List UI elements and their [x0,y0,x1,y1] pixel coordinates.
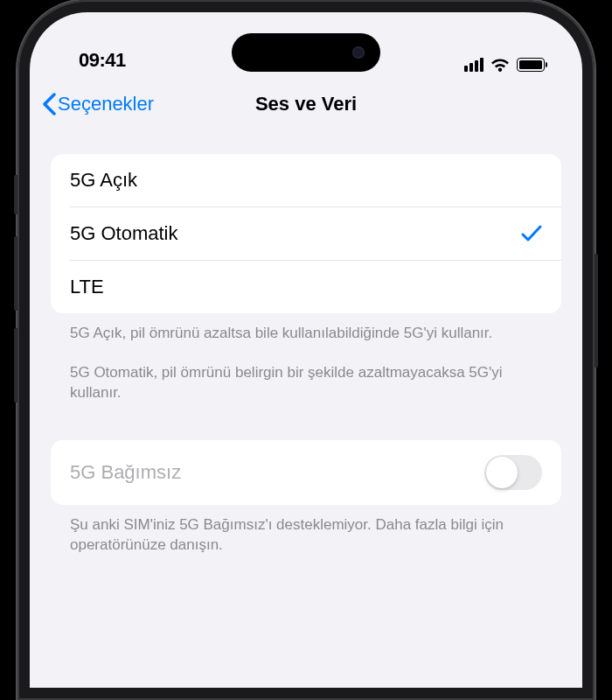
cellular-signal-icon [464,58,483,72]
standalone-footer-paragraph: Şu anki SIM'iniz 5G Bağımsız'ı desteklem… [70,515,542,556]
option-lte[interactable]: LTE [51,261,561,313]
option-5g-on[interactable]: 5G Açık [51,154,561,206]
back-label: Seçenekler [58,93,154,116]
front-camera [352,46,365,59]
option-label: 5G Açık [70,169,137,192]
content-area: 5G Açık 5G Otomatik LTE 5G Açık [30,130,582,556]
page-title: Ses ve Veri [255,93,357,116]
footer-paragraph-1: 5G Açık, pil ömrünü azaltsa bile kullanı… [70,324,542,344]
standalone-group: 5G Bağımsız [51,440,561,505]
status-indicators [464,58,547,72]
battery-icon [517,58,547,72]
checkmark-icon [521,224,542,243]
power-button [595,254,598,368]
screen: 09:41 [30,12,582,688]
standalone-label: 5G Bağımsız [70,461,181,484]
options-footer-text: 5G Açık, pil ömrünü azaltsa bile kullanı… [51,313,561,403]
option-label: 5G Otomatik [70,222,177,245]
option-label: LTE [70,276,104,298]
standalone-footer-text: Şu anki SIM'iniz 5G Bağımsız'ı desteklem… [51,505,561,556]
footer-paragraph-2: 5G Otomatik, pil ömrünü belirgin bir şek… [70,363,542,403]
back-button[interactable]: Seçenekler [42,93,154,116]
toggle-knob [486,457,518,488]
dynamic-island [232,33,380,72]
voice-data-options-group: 5G Açık 5G Otomatik LTE [51,154,561,313]
silent-switch [14,175,17,214]
volume-up-button [14,236,17,311]
standalone-toggle [484,455,542,490]
standalone-5g-row: 5G Bağımsız [51,440,561,505]
status-time: 09:41 [79,49,126,72]
wifi-icon [490,58,510,72]
volume-down-button [14,328,17,402]
chevron-left-icon [42,93,56,116]
navigation-bar: Seçenekler Ses ve Veri [30,79,582,130]
phone-frame: 09:41 [17,0,595,700]
option-5g-auto[interactable]: 5G Otomatik [51,207,561,260]
